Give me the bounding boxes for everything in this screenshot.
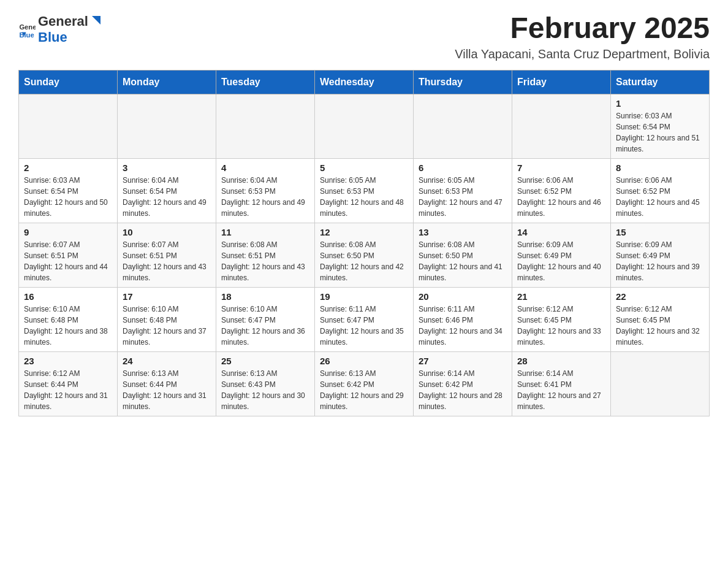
table-row: 22Sunrise: 6:12 AM Sunset: 6:45 PM Dayli… (611, 287, 710, 351)
table-row: 17Sunrise: 6:10 AM Sunset: 6:48 PM Dayli… (118, 287, 216, 351)
table-row: 20Sunrise: 6:11 AM Sunset: 6:46 PM Dayli… (414, 287, 512, 351)
day-number: 10 (123, 227, 211, 237)
day-number: 3 (123, 163, 211, 173)
day-info: Sunrise: 6:14 AM Sunset: 6:42 PM Dayligh… (419, 368, 507, 412)
table-row: 23Sunrise: 6:12 AM Sunset: 6:44 PM Dayli… (19, 351, 118, 416)
day-info: Sunrise: 6:08 AM Sunset: 6:51 PM Dayligh… (221, 239, 309, 283)
table-row: 6Sunrise: 6:05 AM Sunset: 6:53 PM Daylig… (414, 158, 512, 223)
table-row: 9Sunrise: 6:07 AM Sunset: 6:51 PM Daylig… (19, 223, 118, 287)
day-number: 19 (320, 291, 408, 302)
day-info: Sunrise: 6:14 AM Sunset: 6:41 PM Dayligh… (517, 368, 605, 412)
table-row (611, 351, 710, 416)
day-info: Sunrise: 6:04 AM Sunset: 6:54 PM Dayligh… (123, 175, 211, 219)
title-area: February 2025 Villa Yapacani, Santa Cruz… (455, 12, 710, 61)
day-number: 6 (419, 163, 507, 173)
table-row: 28Sunrise: 6:14 AM Sunset: 6:41 PM Dayli… (512, 351, 611, 416)
col-sunday: Sunday (19, 70, 118, 94)
table-row (118, 94, 216, 158)
day-number: 1 (616, 98, 704, 109)
col-friday: Friday (512, 70, 611, 94)
day-info: Sunrise: 6:11 AM Sunset: 6:46 PM Dayligh… (419, 304, 507, 348)
table-row (19, 94, 118, 158)
day-info: Sunrise: 6:07 AM Sunset: 6:51 PM Dayligh… (123, 239, 211, 283)
day-number: 21 (517, 291, 605, 302)
page-header: General Blue General Blue February 2025 … (18, 12, 710, 61)
day-number: 16 (24, 291, 112, 302)
table-row: 4Sunrise: 6:04 AM Sunset: 6:53 PM Daylig… (216, 158, 315, 223)
day-number: 22 (616, 291, 704, 302)
day-info: Sunrise: 6:09 AM Sunset: 6:49 PM Dayligh… (517, 239, 605, 283)
day-number: 5 (320, 163, 408, 173)
day-info: Sunrise: 6:05 AM Sunset: 6:53 PM Dayligh… (320, 175, 408, 219)
day-info: Sunrise: 6:05 AM Sunset: 6:53 PM Dayligh… (419, 175, 507, 219)
table-row: 16Sunrise: 6:10 AM Sunset: 6:48 PM Dayli… (19, 287, 118, 351)
day-number: 9 (24, 227, 112, 237)
day-info: Sunrise: 6:08 AM Sunset: 6:50 PM Dayligh… (320, 239, 408, 283)
day-number: 23 (24, 356, 112, 366)
col-tuesday: Tuesday (216, 70, 315, 94)
logo-triangle-icon (89, 13, 103, 27)
calendar-week-3: 9Sunrise: 6:07 AM Sunset: 6:51 PM Daylig… (19, 223, 710, 287)
table-row: 2Sunrise: 6:03 AM Sunset: 6:54 PM Daylig… (19, 158, 118, 223)
day-number: 26 (320, 356, 408, 366)
day-info: Sunrise: 6:03 AM Sunset: 6:54 PM Dayligh… (616, 110, 704, 155)
table-row: 19Sunrise: 6:11 AM Sunset: 6:47 PM Dayli… (315, 287, 414, 351)
calendar-week-5: 23Sunrise: 6:12 AM Sunset: 6:44 PM Dayli… (19, 351, 710, 416)
logo-icon: General Blue (18, 20, 36, 37)
col-monday: Monday (118, 70, 216, 94)
day-info: Sunrise: 6:10 AM Sunset: 6:47 PM Dayligh… (221, 304, 309, 348)
day-info: Sunrise: 6:11 AM Sunset: 6:47 PM Dayligh… (320, 304, 408, 348)
col-saturday: Saturday (611, 70, 710, 94)
day-number: 17 (123, 291, 211, 302)
day-number: 28 (517, 356, 605, 366)
day-info: Sunrise: 6:07 AM Sunset: 6:51 PM Dayligh… (24, 239, 112, 283)
day-info: Sunrise: 6:12 AM Sunset: 6:44 PM Dayligh… (24, 368, 112, 412)
table-row: 1Sunrise: 6:03 AM Sunset: 6:54 PM Daylig… (611, 94, 710, 158)
table-row (315, 94, 414, 158)
table-row (512, 94, 611, 158)
svg-marker-3 (92, 16, 100, 25)
day-number: 24 (123, 356, 211, 366)
day-number: 20 (419, 291, 507, 302)
table-row: 12Sunrise: 6:08 AM Sunset: 6:50 PM Dayli… (315, 223, 414, 287)
table-row: 24Sunrise: 6:13 AM Sunset: 6:44 PM Dayli… (118, 351, 216, 416)
day-info: Sunrise: 6:06 AM Sunset: 6:52 PM Dayligh… (616, 175, 704, 219)
day-info: Sunrise: 6:04 AM Sunset: 6:53 PM Dayligh… (221, 175, 309, 219)
col-wednesday: Wednesday (315, 70, 414, 94)
table-row: 8Sunrise: 6:06 AM Sunset: 6:52 PM Daylig… (611, 158, 710, 223)
table-row: 14Sunrise: 6:09 AM Sunset: 6:49 PM Dayli… (512, 223, 611, 287)
day-number: 4 (221, 163, 309, 173)
location-subtitle: Villa Yapacani, Santa Cruz Department, B… (455, 47, 710, 61)
month-title: February 2025 (455, 12, 710, 45)
table-row: 18Sunrise: 6:10 AM Sunset: 6:47 PM Dayli… (216, 287, 315, 351)
day-info: Sunrise: 6:13 AM Sunset: 6:44 PM Dayligh… (123, 368, 211, 412)
table-row: 15Sunrise: 6:09 AM Sunset: 6:49 PM Dayli… (611, 223, 710, 287)
calendar-week-2: 2Sunrise: 6:03 AM Sunset: 6:54 PM Daylig… (19, 158, 710, 223)
day-number: 14 (517, 227, 605, 237)
day-number: 27 (419, 356, 507, 366)
day-info: Sunrise: 6:10 AM Sunset: 6:48 PM Dayligh… (123, 304, 211, 348)
table-row: 5Sunrise: 6:05 AM Sunset: 6:53 PM Daylig… (315, 158, 414, 223)
table-row: 3Sunrise: 6:04 AM Sunset: 6:54 PM Daylig… (118, 158, 216, 223)
day-number: 8 (616, 163, 704, 173)
day-info: Sunrise: 6:06 AM Sunset: 6:52 PM Dayligh… (517, 175, 605, 219)
table-row: 25Sunrise: 6:13 AM Sunset: 6:43 PM Dayli… (216, 351, 315, 416)
day-number: 12 (320, 227, 408, 237)
table-row (414, 94, 512, 158)
logo-text-blue: Blue (38, 29, 67, 45)
day-number: 13 (419, 227, 507, 237)
day-info: Sunrise: 6:03 AM Sunset: 6:54 PM Dayligh… (24, 175, 112, 219)
logo: General Blue General Blue (18, 12, 104, 45)
day-info: Sunrise: 6:10 AM Sunset: 6:48 PM Dayligh… (24, 304, 112, 348)
day-info: Sunrise: 6:13 AM Sunset: 6:43 PM Dayligh… (221, 368, 309, 412)
day-info: Sunrise: 6:13 AM Sunset: 6:42 PM Dayligh… (320, 368, 408, 412)
calendar-week-1: 1Sunrise: 6:03 AM Sunset: 6:54 PM Daylig… (19, 94, 710, 158)
day-info: Sunrise: 6:12 AM Sunset: 6:45 PM Dayligh… (616, 304, 704, 348)
logo-text-general: General (38, 13, 88, 29)
table-row: 7Sunrise: 6:06 AM Sunset: 6:52 PM Daylig… (512, 158, 611, 223)
day-number: 11 (221, 227, 309, 237)
calendar-table: Sunday Monday Tuesday Wednesday Thursday… (18, 70, 710, 416)
table-row (216, 94, 315, 158)
calendar-header-row: Sunday Monday Tuesday Wednesday Thursday… (19, 70, 710, 94)
table-row: 13Sunrise: 6:08 AM Sunset: 6:50 PM Dayli… (414, 223, 512, 287)
